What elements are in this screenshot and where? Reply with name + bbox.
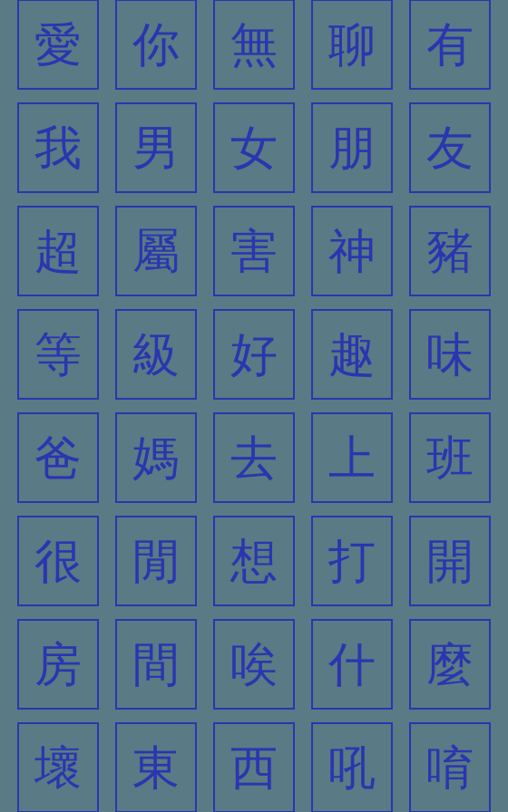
char-box-12: 害 bbox=[213, 206, 295, 296]
char-text-5: 我 bbox=[34, 124, 82, 171]
char-box-38: 吼 bbox=[311, 722, 393, 812]
char-box-27: 想 bbox=[213, 516, 295, 606]
char-box-11: 屬 bbox=[115, 206, 197, 296]
character-grid: 愛你無聊有我男女朋友超屬害神豬等級好趣味爸媽去上班很閒想打開房間唉什麼壞東西吼唷 bbox=[0, 0, 508, 812]
char-box-7: 女 bbox=[213, 102, 295, 193]
char-box-25: 很 bbox=[17, 516, 99, 606]
char-box-2: 無 bbox=[213, 0, 295, 90]
char-text-12: 害 bbox=[230, 227, 278, 275]
char-box-9: 友 bbox=[409, 102, 491, 193]
char-box-24: 班 bbox=[409, 412, 491, 503]
char-text-11: 屬 bbox=[132, 227, 180, 275]
char-text-39: 唷 bbox=[426, 744, 474, 791]
char-box-19: 味 bbox=[409, 309, 491, 400]
char-text-18: 趣 bbox=[328, 331, 376, 378]
char-text-38: 吼 bbox=[328, 744, 376, 791]
char-text-1: 你 bbox=[132, 21, 180, 68]
char-text-31: 間 bbox=[132, 641, 180, 688]
char-box-0: 愛 bbox=[17, 0, 99, 90]
char-text-8: 朋 bbox=[328, 124, 376, 171]
char-box-8: 朋 bbox=[311, 102, 393, 193]
char-box-26: 閒 bbox=[115, 516, 197, 606]
char-text-15: 等 bbox=[34, 331, 82, 378]
char-text-23: 上 bbox=[328, 434, 376, 481]
char-text-26: 閒 bbox=[132, 537, 180, 585]
char-box-20: 爸 bbox=[17, 412, 99, 503]
char-box-29: 開 bbox=[409, 516, 491, 606]
char-text-10: 超 bbox=[34, 227, 82, 275]
char-text-6: 男 bbox=[132, 124, 180, 171]
char-text-3: 聊 bbox=[328, 21, 376, 68]
char-box-22: 去 bbox=[213, 412, 295, 503]
char-text-36: 東 bbox=[132, 744, 180, 791]
char-box-35: 壞 bbox=[17, 722, 99, 812]
char-text-21: 媽 bbox=[132, 434, 180, 481]
char-text-13: 神 bbox=[328, 227, 376, 275]
char-box-16: 級 bbox=[115, 309, 197, 400]
char-text-37: 西 bbox=[230, 744, 278, 791]
char-box-30: 房 bbox=[17, 619, 99, 710]
char-box-17: 好 bbox=[213, 309, 295, 400]
char-box-23: 上 bbox=[311, 412, 393, 503]
char-box-34: 麼 bbox=[409, 619, 491, 710]
char-box-18: 趣 bbox=[311, 309, 393, 400]
char-box-37: 西 bbox=[213, 722, 295, 812]
char-text-14: 豬 bbox=[426, 227, 474, 275]
char-box-31: 間 bbox=[115, 619, 197, 710]
char-box-15: 等 bbox=[17, 309, 99, 400]
char-box-33: 什 bbox=[311, 619, 393, 710]
char-box-32: 唉 bbox=[213, 619, 295, 710]
char-text-25: 很 bbox=[34, 537, 82, 585]
char-text-4: 有 bbox=[426, 21, 474, 68]
char-box-36: 東 bbox=[115, 722, 197, 812]
char-text-22: 去 bbox=[230, 434, 278, 481]
char-box-39: 唷 bbox=[409, 722, 491, 812]
char-text-29: 開 bbox=[426, 537, 474, 585]
char-text-16: 級 bbox=[132, 331, 180, 378]
char-box-5: 我 bbox=[17, 102, 99, 193]
char-box-1: 你 bbox=[115, 0, 197, 90]
char-text-27: 想 bbox=[230, 537, 278, 585]
char-text-32: 唉 bbox=[230, 641, 278, 688]
char-text-28: 打 bbox=[328, 537, 376, 585]
char-box-4: 有 bbox=[409, 0, 491, 90]
char-text-2: 無 bbox=[230, 21, 278, 68]
char-text-17: 好 bbox=[230, 331, 278, 378]
char-box-10: 超 bbox=[17, 206, 99, 296]
char-text-33: 什 bbox=[328, 641, 376, 688]
char-text-35: 壞 bbox=[34, 744, 82, 791]
char-box-21: 媽 bbox=[115, 412, 197, 503]
char-text-30: 房 bbox=[34, 641, 82, 688]
char-box-28: 打 bbox=[311, 516, 393, 606]
char-text-19: 味 bbox=[426, 331, 474, 378]
char-text-9: 友 bbox=[426, 124, 474, 171]
char-text-34: 麼 bbox=[426, 641, 474, 688]
char-box-13: 神 bbox=[311, 206, 393, 296]
char-text-0: 愛 bbox=[34, 21, 82, 68]
char-box-14: 豬 bbox=[409, 206, 491, 296]
char-box-3: 聊 bbox=[311, 0, 393, 90]
char-box-6: 男 bbox=[115, 102, 197, 193]
char-text-24: 班 bbox=[426, 434, 474, 481]
char-text-20: 爸 bbox=[34, 434, 82, 481]
char-text-7: 女 bbox=[230, 124, 278, 171]
